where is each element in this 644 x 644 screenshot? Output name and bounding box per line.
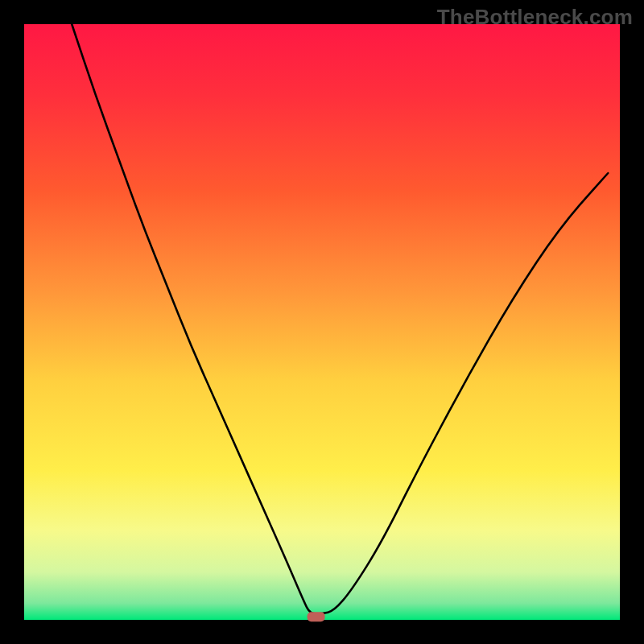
plot-background — [24, 24, 620, 620]
bottleneck-chart — [0, 0, 644, 644]
optimal-marker — [308, 612, 325, 621]
chart-container: TheBottleneck.com — [0, 0, 644, 644]
watermark-text: TheBottleneck.com — [437, 5, 633, 30]
